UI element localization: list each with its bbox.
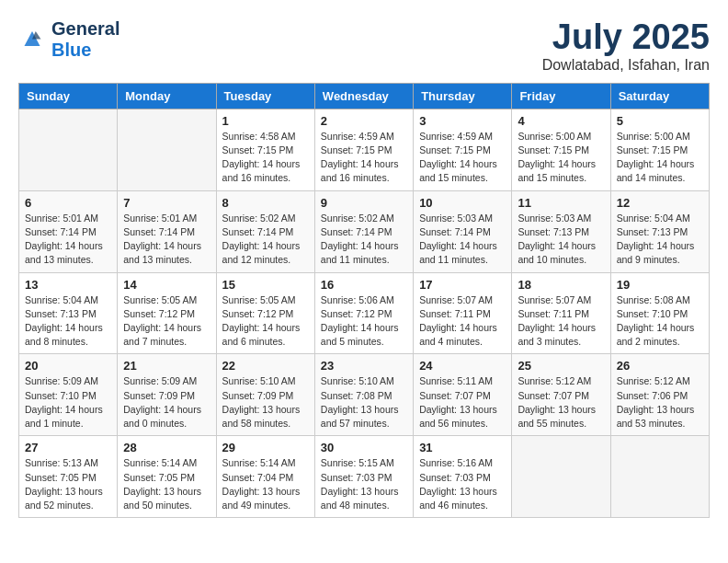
day-number: 17 bbox=[419, 278, 506, 292]
calendar-cell: 22Sunrise: 5:10 AMSunset: 7:09 PMDayligh… bbox=[216, 354, 314, 436]
header-day-tuesday: Tuesday bbox=[216, 83, 314, 109]
day-number: 2 bbox=[321, 114, 407, 128]
logo-text-block: General Blue bbox=[51, 18, 119, 61]
cell-content: Sunrise: 5:05 AMSunset: 7:12 PMDaylight:… bbox=[222, 293, 309, 350]
calendar-cell: 14Sunrise: 5:05 AMSunset: 7:12 PMDayligh… bbox=[118, 272, 216, 354]
calendar-cell: 3Sunrise: 4:59 AMSunset: 7:15 PMDaylight… bbox=[414, 109, 512, 190]
day-number: 30 bbox=[321, 441, 407, 454]
cell-content: Sunrise: 5:11 AMSunset: 7:07 PMDaylight:… bbox=[419, 374, 506, 431]
week-row-2: 6Sunrise: 5:01 AMSunset: 7:14 PMDaylight… bbox=[19, 190, 710, 272]
day-number: 9 bbox=[321, 196, 407, 210]
cell-content: Sunrise: 5:03 AMSunset: 7:14 PMDaylight:… bbox=[419, 212, 506, 268]
calendar-cell: 30Sunrise: 5:15 AMSunset: 7:03 PMDayligh… bbox=[314, 436, 413, 518]
header-day-sunday: Sunday bbox=[19, 83, 118, 109]
page-header: General Blue July 2025 Dowlatabad, Isfah… bbox=[18, 18, 710, 74]
cell-content: Sunrise: 4:59 AMSunset: 7:15 PMDaylight:… bbox=[419, 130, 506, 186]
logo-line2: Blue bbox=[51, 40, 91, 61]
calendar-cell: 1Sunrise: 4:58 AMSunset: 7:15 PMDaylight… bbox=[216, 109, 314, 190]
calendar-cell bbox=[610, 436, 709, 518]
calendar-cell: 17Sunrise: 5:07 AMSunset: 7:11 PMDayligh… bbox=[414, 272, 512, 354]
calendar-cell: 4Sunrise: 5:00 AMSunset: 7:15 PMDaylight… bbox=[512, 109, 610, 190]
day-number: 18 bbox=[518, 278, 604, 292]
cell-content: Sunrise: 5:05 AMSunset: 7:12 PMDaylight:… bbox=[123, 293, 210, 350]
cell-content: Sunrise: 5:02 AMSunset: 7:14 PMDaylight:… bbox=[321, 212, 407, 268]
day-number: 23 bbox=[321, 359, 407, 373]
calendar-cell: 20Sunrise: 5:09 AMSunset: 7:10 PMDayligh… bbox=[19, 354, 118, 436]
cell-content: Sunrise: 5:12 AMSunset: 7:06 PMDaylight:… bbox=[617, 374, 703, 431]
day-number: 31 bbox=[419, 441, 506, 454]
calendar-subtitle: Dowlatabad, Isfahan, Iran bbox=[542, 57, 710, 74]
cell-content: Sunrise: 5:14 AMSunset: 7:04 PMDaylight:… bbox=[222, 456, 309, 512]
week-row-1: 1Sunrise: 4:58 AMSunset: 7:15 PMDaylight… bbox=[19, 109, 710, 190]
week-row-5: 27Sunrise: 5:13 AMSunset: 7:05 PMDayligh… bbox=[19, 436, 710, 518]
cell-content: Sunrise: 4:59 AMSunset: 7:15 PMDaylight:… bbox=[321, 130, 407, 186]
calendar-cell: 12Sunrise: 5:04 AMSunset: 7:13 PMDayligh… bbox=[610, 190, 709, 272]
calendar-cell: 7Sunrise: 5:01 AMSunset: 7:14 PMDaylight… bbox=[118, 190, 216, 272]
cell-content: Sunrise: 5:09 AMSunset: 7:09 PMDaylight:… bbox=[123, 374, 210, 431]
day-number: 21 bbox=[123, 359, 210, 373]
cell-content: Sunrise: 4:58 AMSunset: 7:15 PMDaylight:… bbox=[222, 130, 309, 186]
cell-content: Sunrise: 5:15 AMSunset: 7:03 PMDaylight:… bbox=[321, 456, 407, 512]
calendar-cell: 5Sunrise: 5:00 AMSunset: 7:15 PMDaylight… bbox=[610, 109, 709, 190]
cell-content: Sunrise: 5:12 AMSunset: 7:07 PMDaylight:… bbox=[518, 374, 604, 431]
calendar-cell: 28Sunrise: 5:14 AMSunset: 7:05 PMDayligh… bbox=[118, 436, 216, 518]
calendar-cell: 10Sunrise: 5:03 AMSunset: 7:14 PMDayligh… bbox=[414, 190, 512, 272]
calendar-cell: 16Sunrise: 5:06 AMSunset: 7:12 PMDayligh… bbox=[314, 272, 413, 354]
calendar-cell: 31Sunrise: 5:16 AMSunset: 7:03 PMDayligh… bbox=[414, 436, 512, 518]
cell-content: Sunrise: 5:01 AMSunset: 7:14 PMDaylight:… bbox=[123, 212, 210, 268]
cell-content: Sunrise: 5:00 AMSunset: 7:15 PMDaylight:… bbox=[518, 130, 604, 186]
day-number: 4 bbox=[518, 114, 604, 128]
title-section: July 2025 Dowlatabad, Isfahan, Iran bbox=[542, 18, 710, 74]
day-number: 14 bbox=[123, 278, 210, 292]
calendar-cell: 27Sunrise: 5:13 AMSunset: 7:05 PMDayligh… bbox=[19, 436, 118, 518]
day-number: 22 bbox=[222, 359, 309, 373]
day-number: 15 bbox=[222, 278, 309, 292]
day-number: 11 bbox=[518, 196, 604, 210]
calendar-cell: 15Sunrise: 5:05 AMSunset: 7:12 PMDayligh… bbox=[216, 272, 314, 354]
calendar-cell bbox=[512, 436, 610, 518]
day-number: 24 bbox=[419, 359, 506, 373]
calendar-header-row: SundayMondayTuesdayWednesdayThursdayFrid… bbox=[19, 83, 710, 109]
cell-content: Sunrise: 5:00 AMSunset: 7:15 PMDaylight:… bbox=[617, 130, 703, 186]
day-number: 12 bbox=[617, 196, 703, 210]
day-number: 13 bbox=[25, 278, 111, 292]
header-day-wednesday: Wednesday bbox=[314, 83, 413, 109]
header-day-friday: Friday bbox=[512, 83, 610, 109]
calendar-cell: 21Sunrise: 5:09 AMSunset: 7:09 PMDayligh… bbox=[118, 354, 216, 436]
day-number: 25 bbox=[518, 359, 604, 373]
day-number: 6 bbox=[25, 196, 111, 210]
calendar-cell: 8Sunrise: 5:02 AMSunset: 7:14 PMDaylight… bbox=[216, 190, 314, 272]
day-number: 20 bbox=[25, 359, 111, 373]
calendar-table: SundayMondayTuesdayWednesdayThursdayFrid… bbox=[18, 83, 710, 518]
header-day-monday: Monday bbox=[118, 83, 216, 109]
calendar-cell: 11Sunrise: 5:03 AMSunset: 7:13 PMDayligh… bbox=[512, 190, 610, 272]
calendar-cell: 19Sunrise: 5:08 AMSunset: 7:10 PMDayligh… bbox=[610, 272, 709, 354]
calendar-cell: 9Sunrise: 5:02 AMSunset: 7:14 PMDaylight… bbox=[314, 190, 413, 272]
calendar-cell: 2Sunrise: 4:59 AMSunset: 7:15 PMDaylight… bbox=[314, 109, 413, 190]
day-number: 28 bbox=[123, 441, 210, 454]
day-number: 7 bbox=[123, 196, 210, 210]
day-number: 29 bbox=[222, 441, 309, 454]
cell-content: Sunrise: 5:01 AMSunset: 7:14 PMDaylight:… bbox=[25, 212, 111, 268]
day-number: 5 bbox=[617, 114, 703, 128]
cell-content: Sunrise: 5:04 AMSunset: 7:13 PMDaylight:… bbox=[617, 212, 703, 268]
calendar-cell: 23Sunrise: 5:10 AMSunset: 7:08 PMDayligh… bbox=[314, 354, 413, 436]
cell-content: Sunrise: 5:13 AMSunset: 7:05 PMDaylight:… bbox=[25, 456, 111, 512]
logo-line1: General bbox=[51, 18, 119, 40]
cell-content: Sunrise: 5:08 AMSunset: 7:10 PMDaylight:… bbox=[617, 293, 703, 350]
cell-content: Sunrise: 5:04 AMSunset: 7:13 PMDaylight:… bbox=[25, 293, 111, 350]
logo-icon bbox=[18, 30, 46, 47]
calendar-cell: 6Sunrise: 5:01 AMSunset: 7:14 PMDaylight… bbox=[19, 190, 118, 272]
cell-content: Sunrise: 5:09 AMSunset: 7:10 PMDaylight:… bbox=[25, 374, 111, 431]
calendar-cell: 25Sunrise: 5:12 AMSunset: 7:07 PMDayligh… bbox=[512, 354, 610, 436]
calendar-cell bbox=[118, 109, 216, 190]
day-number: 16 bbox=[321, 278, 407, 292]
logo: General Blue bbox=[18, 18, 119, 61]
cell-content: Sunrise: 5:07 AMSunset: 7:11 PMDaylight:… bbox=[518, 293, 604, 350]
cell-content: Sunrise: 5:10 AMSunset: 7:08 PMDaylight:… bbox=[321, 374, 407, 431]
cell-content: Sunrise: 5:10 AMSunset: 7:09 PMDaylight:… bbox=[222, 374, 309, 431]
calendar-cell: 29Sunrise: 5:14 AMSunset: 7:04 PMDayligh… bbox=[216, 436, 314, 518]
day-number: 1 bbox=[222, 114, 309, 128]
calendar-cell: 18Sunrise: 5:07 AMSunset: 7:11 PMDayligh… bbox=[512, 272, 610, 354]
calendar-title: July 2025 bbox=[542, 18, 710, 57]
